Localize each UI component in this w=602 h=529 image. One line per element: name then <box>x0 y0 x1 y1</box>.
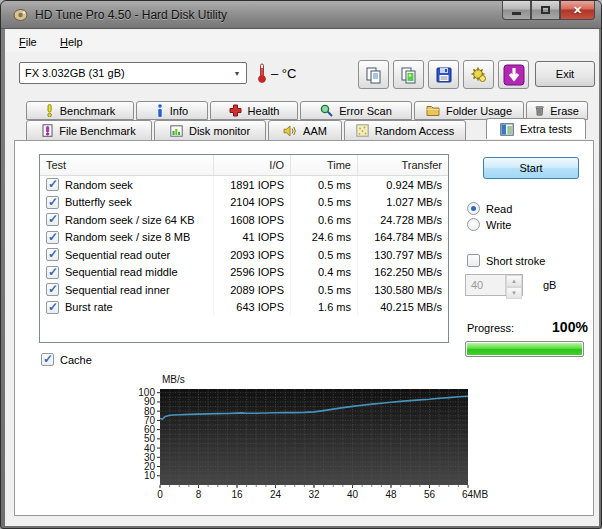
cell-test: Burst rate <box>40 299 214 317</box>
cell-io: 2089 IOPS <box>214 281 291 299</box>
extra-tests-icon <box>500 123 514 136</box>
short-stroke-label: Short stroke <box>486 255 545 267</box>
tab-extra-tests[interactable]: Extra tests <box>486 118 586 139</box>
tab-random-access[interactable]: Random Access <box>344 120 466 141</box>
table-row[interactable]: Sequential read outer2093 IOPS0.5 ms130.… <box>40 246 448 264</box>
exit-button[interactable]: Exit <box>535 61 595 87</box>
copy-image-button[interactable] <box>393 60 424 89</box>
short-stroke-checkbox[interactable] <box>467 254 480 267</box>
progress-bar <box>465 341 584 357</box>
download-update-button[interactable] <box>498 60 529 89</box>
tab-benchmark[interactable]: Benchmark <box>26 101 134 120</box>
close-button[interactable]: ✕ <box>560 1 595 20</box>
svg-text:10: 10 <box>144 470 156 481</box>
toolbar: FX 3.032GB (31 gB) ▼ – °C <box>5 52 599 98</box>
maximize-icon <box>541 6 550 14</box>
read-radio-option[interactable]: Read <box>467 202 589 215</box>
options-button[interactable] <box>463 60 494 89</box>
svg-text:16: 16 <box>231 489 243 500</box>
cell-time: 0.6 ms <box>291 211 358 229</box>
test-checkbox[interactable] <box>46 283 59 296</box>
cell-time: 24.6 ms <box>291 229 358 247</box>
menu-file[interactable]: File <box>12 33 44 51</box>
progress-label: Progress: <box>467 322 514 334</box>
test-checkbox[interactable] <box>46 248 59 261</box>
menu-help[interactable]: Help <box>53 33 90 51</box>
cell-transfer: 40.215 MB/s <box>358 299 448 317</box>
column-header-time[interactable]: Time <box>291 155 358 175</box>
column-header-transfer[interactable]: Transfer <box>358 155 448 175</box>
cell-transfer: 0.924 MB/s <box>358 176 448 194</box>
copy-text-button[interactable] <box>358 60 389 89</box>
column-header-test[interactable]: Test <box>40 155 214 175</box>
save-button[interactable] <box>428 60 459 89</box>
table-row[interactable]: Burst rate643 IOPS1.6 ms40.215 MB/s <box>40 299 448 317</box>
minimize-button[interactable] <box>502 1 531 20</box>
random-access-icon <box>356 124 369 137</box>
spinner-down-icon[interactable]: ▼ <box>506 287 522 299</box>
trash-icon <box>535 104 544 117</box>
temperature-value: – °C <box>271 66 296 81</box>
cell-io: 41 IOPS <box>214 229 291 247</box>
drive-selector-value: FX 3.032GB (31 gB) <box>20 67 228 79</box>
svg-text:8: 8 <box>196 489 202 500</box>
test-checkbox[interactable] <box>46 301 59 314</box>
tab-health[interactable]: Health <box>210 101 298 120</box>
save-floppy-icon <box>435 66 453 84</box>
tab-label: Error Scan <box>339 105 392 117</box>
tab-disk-monitor[interactable]: Disk monitor <box>154 120 266 141</box>
start-button[interactable]: Start <box>483 157 579 179</box>
app-window: HD Tune Pro 4.50 - Hard Disk Utility ✕ F… <box>0 0 602 529</box>
read-radio[interactable] <box>467 202 480 215</box>
copy-text-icon <box>365 66 383 84</box>
size-spinner[interactable]: 40 ▲ ▼ <box>465 274 523 296</box>
cell-transfer: 1.027 MB/s <box>358 194 448 212</box>
test-results-table: Test I/O Time Transfer Random seek1891 I… <box>39 154 449 343</box>
test-checkbox[interactable] <box>46 231 59 244</box>
cell-time: 0.5 ms <box>291 281 358 299</box>
table-row[interactable]: Random seek / size 8 MB41 IOPS24.6 ms164… <box>40 229 448 247</box>
minimize-icon <box>512 12 521 15</box>
progress-value: 100% <box>552 319 588 335</box>
tab-file-benchmark[interactable]: File Benchmark <box>26 120 152 141</box>
table-row[interactable]: Random seek1891 IOPS0.5 ms0.924 MB/s <box>40 176 448 194</box>
short-stroke-option[interactable]: Short stroke <box>467 254 589 267</box>
table-row[interactable]: Butterfly seek2104 IOPS0.5 ms1.027 MB/s <box>40 194 448 212</box>
short-stroke-size-row: 40 ▲ ▼ gB <box>465 274 589 296</box>
cell-test: Butterfly seek <box>40 194 214 212</box>
table-row[interactable]: Sequential read middle2596 IOPS0.4 ms162… <box>40 264 448 282</box>
cell-time: 1.6 ms <box>291 299 358 317</box>
divider <box>465 190 589 191</box>
tab-error-scan[interactable]: Error Scan <box>300 101 412 120</box>
svg-text:48: 48 <box>385 489 397 500</box>
test-checkbox[interactable] <box>46 196 59 209</box>
cache-option[interactable]: Cache <box>41 353 92 366</box>
write-radio-option[interactable]: Write <box>467 218 589 231</box>
spinner-up-icon[interactable]: ▲ <box>506 275 522 287</box>
test-name: Random seek <box>65 179 133 191</box>
drive-selector-dropdown[interactable]: FX 3.032GB (31 gB) ▼ <box>19 62 247 84</box>
cache-checkbox[interactable] <box>41 353 54 366</box>
read-label: Read <box>486 203 512 215</box>
test-control-panel: Start Read Write Short stroke 40 <box>465 149 589 357</box>
test-name: Sequential read outer <box>65 249 170 261</box>
tab-info[interactable]: Info <box>136 101 208 120</box>
write-label: Write <box>486 219 511 231</box>
tab-aam[interactable]: AAM <box>268 120 342 141</box>
table-row[interactable]: Random seek / size 64 KB1608 IOPS0.6 ms2… <box>40 211 448 229</box>
test-checkbox[interactable] <box>46 266 59 279</box>
cell-io: 2093 IOPS <box>214 246 291 264</box>
exclamation-icon <box>45 104 54 117</box>
size-unit-label: gB <box>543 279 556 291</box>
cell-io: 2104 IOPS <box>214 194 291 212</box>
column-header-io[interactable]: I/O <box>214 155 291 175</box>
write-radio[interactable] <box>467 218 480 231</box>
test-checkbox[interactable] <box>46 178 59 191</box>
test-checkbox[interactable] <box>46 213 59 226</box>
options-gear-icon <box>470 66 488 84</box>
test-name: Sequential read inner <box>65 284 170 296</box>
maximize-button[interactable] <box>531 1 560 20</box>
table-row[interactable]: Sequential read inner2089 IOPS0.5 ms130.… <box>40 281 448 299</box>
cell-time: 0.4 ms <box>291 264 358 282</box>
svg-text:MB/s: MB/s <box>162 374 185 385</box>
